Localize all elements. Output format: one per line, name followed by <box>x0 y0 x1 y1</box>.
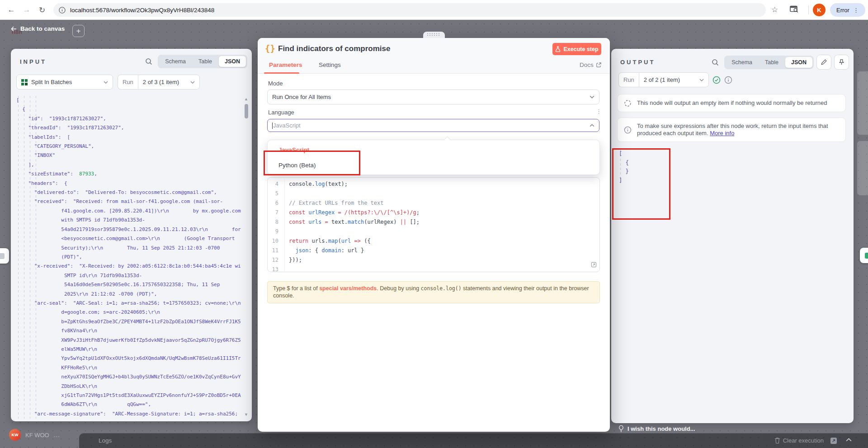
add-node-button[interactable]: + <box>72 25 85 37</box>
language-options-list: JavaScriptPython (Beta) <box>268 142 599 173</box>
tab-settings[interactable]: Settings <box>319 61 341 68</box>
loop-refresh-icon <box>624 99 632 107</box>
expressions-notice-text: To make sure expressions after this node… <box>637 123 839 137</box>
json-line: "headers": { <box>16 179 241 188</box>
output-run-row: Run 2 of 2 (1 item) <box>618 72 732 87</box>
view-tab-table[interactable]: Table <box>193 56 218 67</box>
error-badge[interactable]: Error ⋮ <box>830 3 865 17</box>
pop-out-logs-icon[interactable] <box>830 437 837 444</box>
code-lines: 4console.log(text);56// Extract URLs fro… <box>268 179 599 272</box>
tab-search-icon[interactable] <box>789 5 799 15</box>
node-title[interactable]: Find indicators of compromise <box>278 44 390 53</box>
docs-link[interactable]: Docs <box>580 61 602 68</box>
empty-output-notice: This node will output an empty item if n… <box>617 94 846 112</box>
code-line: 7const urlRegex = /(https?:\/\/[^\s]+)/g… <box>268 208 599 217</box>
language-option-python-beta-[interactable]: Python (Beta) <box>268 157 599 173</box>
code-editor[interactable]: 4console.log(text);56// Extract URLs fro… <box>267 177 600 272</box>
scroll-up-icon[interactable]: ▲ <box>244 97 248 101</box>
code-line: 6// Extract URLs from the text <box>268 198 599 208</box>
canvas-note-ghost <box>857 71 868 135</box>
flask-icon <box>555 46 561 52</box>
back-to-canvas-button[interactable]: Back to canvas <box>11 25 65 32</box>
input-run-label: Run <box>118 75 138 90</box>
next-node-stub[interactable] <box>860 248 868 263</box>
parameter-options-icon[interactable]: ⋮ <box>596 108 602 115</box>
previous-node-stub[interactable] <box>0 248 9 264</box>
logs-panel-title[interactable]: Logs <box>99 437 112 444</box>
json-line: { <box>16 105 241 114</box>
json-line: f41.google.com. [209.85.220.41])\r\n by … <box>16 207 241 216</box>
clear-execution-button[interactable]: Clear execution <box>774 437 824 444</box>
modal-drag-handle[interactable] <box>423 32 445 38</box>
json-line: elWa5MUW\r\n <box>16 345 241 354</box>
info-icon <box>624 126 632 134</box>
more-info-link[interactable]: More info <box>710 130 734 137</box>
json-line: [ <box>16 96 241 105</box>
canvas-note-ghost <box>857 141 868 195</box>
execute-step-button[interactable]: Execute step <box>552 43 601 55</box>
input-run-selector-group: Run 2 of 3 (1 item) <box>118 75 200 90</box>
json-line: neXyuX70ISQeYgMHGJ+b4bl3uq0ySUWNzTcEe5GZ… <box>16 373 241 382</box>
json-line: <besyocosmetic.com@gmail.com>\r\n (Googl… <box>16 234 241 243</box>
input-json-viewer[interactable]: [ { "id": "1993c1f871263027", "threadId"… <box>16 96 241 419</box>
expand-logs-chevron-icon[interactable] <box>846 438 852 442</box>
input-run-selector[interactable]: 2 of 3 (1 item) <box>138 75 200 90</box>
code-line: 13 <box>268 265 599 272</box>
json-line: { <box>619 159 629 168</box>
pin-data-button[interactable] <box>834 55 849 70</box>
json-line: d=google.com; s=arc-20240605;\r\n <box>16 308 241 317</box>
tab-parameters[interactable]: Parameters <box>269 61 302 68</box>
forward-icon[interactable]: → <box>21 4 33 16</box>
expand-editor-icon[interactable] <box>591 261 597 269</box>
view-tab-schema[interactable]: Schema <box>159 56 192 67</box>
json-line: 54a16d0de5emr502905e0c.16.1757650322358;… <box>16 280 241 289</box>
node-detail-modal: {} Find indicators of compromise Execute… <box>258 38 610 432</box>
language-option-javascript[interactable]: JavaScript <box>268 142 599 157</box>
input-view-tabs: SchemaTableJSON <box>158 55 247 68</box>
json-line: Security);\r\n Thu, 11 Sep 2025 21:12:03… <box>16 244 241 253</box>
mode-label: Mode <box>268 80 283 87</box>
profile-avatar[interactable]: K <box>813 4 826 16</box>
project-menu-icon[interactable]: ... <box>54 432 60 439</box>
language-combobox[interactable]: JavaScript <box>267 119 599 132</box>
input-node-selector[interactable]: Split In Batches <box>16 75 113 90</box>
mode-select[interactable]: Run Once for All Items <box>267 90 599 104</box>
view-tab-schema[interactable]: Schema <box>726 57 758 68</box>
output-panel-title: OUTPUT <box>620 59 655 66</box>
back-arrow-icon <box>11 26 17 32</box>
url-text: localhost:5678/workflow/2Ok3pwQx8yVrH8Bl… <box>70 7 214 14</box>
scroll-down-icon[interactable]: ▼ <box>244 412 248 417</box>
project-badge[interactable]: KW KF WOO ... <box>9 429 60 441</box>
special-vars-link[interactable]: special vars/methods <box>319 285 377 292</box>
back-icon[interactable]: ← <box>5 4 17 16</box>
view-tab-table[interactable]: Table <box>759 57 784 68</box>
edit-output-button[interactable] <box>816 55 831 70</box>
pin-icon <box>838 59 845 66</box>
site-info-icon[interactable] <box>59 7 66 14</box>
run-info-icon[interactable] <box>724 76 732 84</box>
output-run-selector-group: Run 2 of 2 (1 item) <box>618 72 709 87</box>
json-line: ZDbHSoLK\r\n <box>16 382 241 391</box>
output-run-selector[interactable]: 2 of 2 (1 item) <box>639 72 709 87</box>
address-bar[interactable]: localhost:5678/workflow/2Ok3pwQx8yVrH8Bl… <box>53 3 766 17</box>
code-line: 10return urls.map(url => ({ <box>268 236 599 246</box>
code-node-icon: {} <box>265 43 275 53</box>
json-line: "CATEGORY_PERSONAL", <box>16 142 241 151</box>
docs-label: Docs <box>580 61 594 68</box>
input-scrollbar[interactable]: ▲ ▼ <box>244 97 249 417</box>
browser-menu-icon[interactable]: ⋮ <box>853 7 859 13</box>
refresh-icon[interactable]: ↻ <box>36 4 48 16</box>
view-tab-json[interactable]: JSON <box>785 57 812 68</box>
bookmark-star-icon[interactable]: ☆ <box>771 5 778 14</box>
view-tab-json[interactable]: JSON <box>219 56 246 67</box>
output-json-viewer[interactable]: [ { }] <box>619 150 629 185</box>
search-icon[interactable] <box>712 59 719 66</box>
project-name: KF WOO <box>25 432 49 439</box>
node-feedback-prompt[interactable]: I wish this node would... <box>618 425 695 432</box>
code-line: 4console.log(text); <box>268 179 599 189</box>
search-icon[interactable] <box>145 58 152 65</box>
json-line: "id": "1993c1f871263027", <box>16 114 241 123</box>
json-line: fv8KVna4\r\n <box>16 326 241 335</box>
scrollbar-thumb[interactable] <box>245 104 248 118</box>
code-line: 11 json: { domain: url } <box>268 246 599 255</box>
